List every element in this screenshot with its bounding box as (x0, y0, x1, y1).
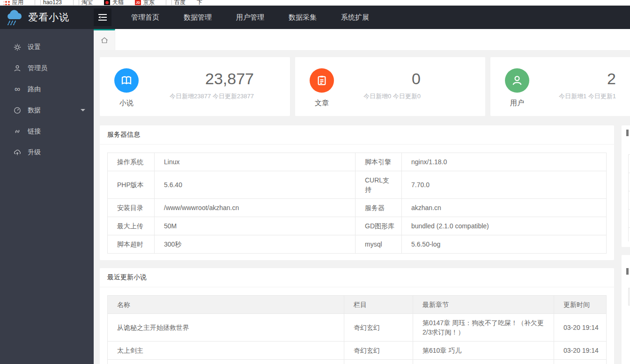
stat-label: 用户 (501, 99, 534, 108)
favicon-placeholder-icon (35, 0, 41, 6)
info-label: 安装目录 (108, 199, 155, 217)
user-icon (13, 65, 22, 72)
bookmark-label: 应用 (12, 0, 23, 6)
sidebar-item-upgrade[interactable]: 升级 (0, 142, 94, 163)
bookmark-partial[interactable]: 下 (197, 0, 202, 6)
bookmark-hao123[interactable]: hao123 (35, 0, 62, 6)
hamburger-icon (98, 14, 107, 21)
table-header-row: 名称 栏目 最新章节 更新时间 (108, 296, 607, 314)
column-header-category: 栏目 (344, 296, 413, 314)
table-row: 太上剑主 奇幻玄幻 第610章 巧儿 03-20 19:14 (108, 342, 607, 360)
info-label: PHP版本 (108, 171, 155, 199)
clipboard-icon (310, 68, 334, 93)
bookmark-baidu[interactable]: 百度 (166, 0, 185, 6)
gauge-icon (13, 107, 22, 114)
rain-cloud-logo-icon (6, 9, 24, 25)
bookmark-tmall[interactable]: 天猫 (104, 0, 124, 6)
stat-card-users: 用户 2 今日新增1 今日更新1 (490, 57, 630, 116)
panel-title: 最近更新小说 (100, 268, 614, 287)
server-info-panel: 服务器信息 操作系统 Linux 脚本引擎 nginx/1.18.0 PHP版本 (100, 125, 614, 260)
column-header-chapter: 最新章节 (413, 296, 554, 314)
sidebar-item-label: 升级 (28, 148, 41, 157)
info-value: 5.6.40 (155, 171, 356, 199)
novel-name: 从诡秘之主开始拯救世界 (108, 314, 344, 342)
novel-name: 太上剑主 (108, 342, 344, 360)
info-label: CURL支持 (356, 171, 402, 199)
novel-time: 03-20 19:14 (554, 360, 607, 364)
info-value: 300秒 (155, 235, 356, 254)
nav-item-extend[interactable]: 系统扩展 (329, 6, 381, 29)
sidebar-collapse-button[interactable] (94, 8, 111, 26)
table-row: 从诡秘之主开始拯救世界 奇幻玄幻 第0147章 周珏：狗改不了吃屎！（补欠更2/… (108, 314, 607, 342)
stats-row: 小说 23,877 今日新增23877 今日更新23877 文章 0 今日新增0… (100, 57, 630, 116)
info-value: /www/wwwroot/akzhan.cn (155, 199, 356, 217)
top-nav: 管理首页 数据管理 用户管理 数据采集 系统扩展 (119, 6, 381, 29)
info-label: 脚本引擎 (356, 153, 402, 171)
bookmark-jd[interactable]: JD京东 (135, 0, 155, 6)
app-title: 爱看小说 (28, 11, 69, 24)
novel-category: 奇幻玄幻 (344, 314, 413, 342)
info-value: bundled (2.1.0 compatible) (402, 217, 607, 235)
sidebar-item-settings[interactable]: 设置 (0, 36, 94, 58)
gear-icon (13, 44, 22, 51)
stat-value: 0 (363, 70, 421, 87)
table-row: 脚本超时 300秒 mysql 5.6.50-log (108, 235, 607, 254)
stat-card-articles: 文章 0 今日新增0 今日更新0 (295, 57, 485, 116)
sidebar-item-data[interactable]: 数据 (0, 100, 94, 121)
info-value: Linux (155, 153, 356, 171)
stat-label: 小说 (110, 99, 143, 108)
stat-subtitle: 今日新增1 今日更新1 (559, 92, 616, 101)
bookmark-label: 天猫 (112, 0, 124, 6)
bookmark-label: 下 (197, 0, 202, 6)
sidebar-item-route[interactable]: ∞ 路由 (0, 79, 94, 100)
sidebar-item-label: 链接 (28, 127, 41, 136)
table-row: 最大上传 50M GD图形库 bundled (2.1.0 compatible… (108, 217, 607, 235)
nav-item-collect[interactable]: 数据采集 (276, 6, 329, 29)
bookmark-label: 京东 (143, 0, 155, 6)
info-label: mysql (356, 235, 402, 254)
clipped-table-edge (628, 154, 630, 241)
home-icon (100, 36, 109, 44)
table-row: 安装目录 /www/wwwroot/akzhan.cn 服务器 akzhan.c… (108, 199, 607, 217)
novel-time: 03-20 19:14 (554, 314, 607, 342)
column-header-time: 更新时间 (554, 296, 607, 314)
server-info-table: 操作系统 Linux 脚本引擎 nginx/1.18.0 PHP版本 5.6.4… (107, 153, 607, 254)
stat-label: 文章 (305, 99, 338, 108)
stat-subtitle: 今日新增23877 今日更新23877 (170, 92, 254, 101)
panel-title: 服务器信息 (100, 125, 614, 145)
info-label: 操作系统 (108, 153, 155, 171)
clipped-right-panel-bottom (622, 255, 630, 364)
info-value: nginx/1.18.0 (402, 153, 607, 171)
novel-time: 03-20 19:14 (554, 342, 607, 360)
clipped-text-sliver (626, 268, 629, 275)
app-logo: 爱看小说 (0, 6, 94, 29)
novel-chapter: 新书《深海炮王：我杀怪能提升攻击力》已 (413, 360, 554, 364)
browser-bookmarks-bar: 应用 hao123 淘宝 天猫 JD京东 百度 下 (0, 0, 630, 6)
chevron-down-icon[interactable] (81, 109, 85, 114)
bookmark-label: 淘宝 (82, 0, 93, 6)
nav-item-user-manage[interactable]: 用户管理 (224, 6, 276, 29)
bookmark-taobao[interactable]: 淘宝 (73, 0, 93, 6)
novel-chapter: 第610章 巧儿 (413, 342, 554, 360)
sidebar-item-links[interactable]: 链接 (0, 121, 94, 142)
novel-chapter: 第0147章 周珏：狗改不了吃屎！（补欠更2/3求订阅！） (413, 314, 554, 342)
info-label: 脚本超时 (108, 235, 155, 254)
tab-home[interactable] (94, 29, 115, 50)
table-row: 操作系统 Linux 脚本引擎 nginx/1.18.0 (108, 153, 607, 171)
stat-card-novels: 小说 23,877 今日新增23877 今日更新23877 (100, 57, 290, 116)
recent-novels-table: 名称 栏目 最新章节 更新时间 从诡秘之主开始拯救世界 奇幻玄幻 第0147章 … (107, 295, 607, 364)
clipped-text-sliver (626, 130, 629, 136)
sidebar-item-admin[interactable]: 管理员 (0, 58, 94, 79)
nav-item-data-manage[interactable]: 数据管理 (171, 6, 224, 29)
app-header: 爱看小说 管理首页 数据管理 用户管理 数据采集 系统扩展 (0, 6, 630, 29)
bookmark-label: 百度 (174, 0, 185, 6)
sidebar-item-label: 设置 (28, 43, 41, 51)
stat-value: 23,877 (170, 70, 254, 87)
bookmark-apps[interactable]: 应用 (4, 0, 23, 6)
novel-category: 奇幻玄幻 (344, 342, 413, 360)
nav-item-home[interactable]: 管理首页 (119, 6, 171, 29)
clipped-table-header-edge (628, 288, 630, 306)
table-row: 深海拳王 奇幻玄幻 新书《深海炮王：我杀怪能提升攻击力》已 03-20 19:1… (108, 360, 607, 364)
jd-icon: JD (135, 0, 141, 6)
favicon-placeholder-icon (73, 0, 79, 6)
